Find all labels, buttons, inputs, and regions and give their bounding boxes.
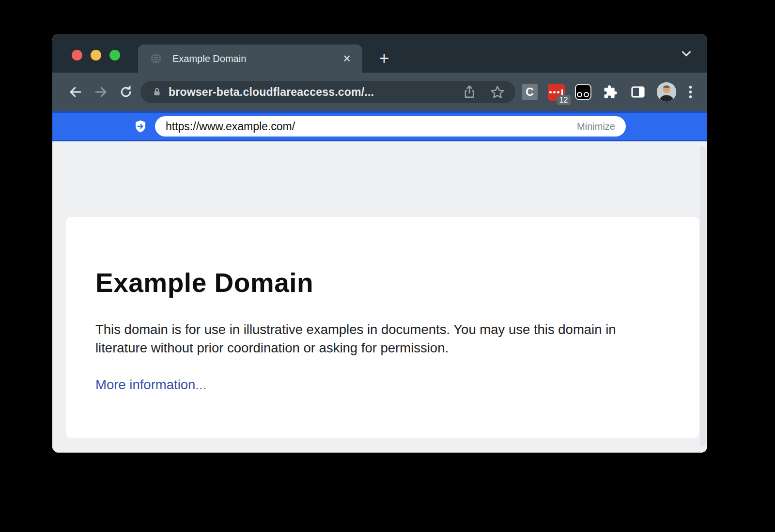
share-icon[interactable]: [462, 85, 477, 99]
reload-icon: [119, 85, 133, 99]
new-tab-button[interactable]: +: [371, 46, 397, 72]
back-button[interactable]: [63, 79, 88, 105]
browser-menu-button[interactable]: [686, 86, 695, 98]
forward-arrow-icon: [93, 85, 108, 99]
forward-button[interactable]: [88, 79, 113, 105]
lock-icon: [151, 86, 163, 98]
extensions-puzzle-button[interactable]: [602, 83, 619, 101]
reload-button[interactable]: [113, 79, 139, 105]
toolbar: browser-beta.cloudflareaccess.com/... C …: [52, 73, 707, 111]
page-scrollbar[interactable]: [700, 146, 706, 446]
puzzle-icon: [603, 85, 618, 99]
globe-favicon-icon: [150, 52, 162, 65]
close-window-button[interactable]: [72, 50, 82, 61]
two-circles-extension-icon[interactable]: [575, 84, 591, 100]
side-panel-button[interactable]: [629, 83, 647, 101]
profile-avatar[interactable]: [657, 82, 676, 102]
extension-badge-count: 12: [557, 95, 571, 105]
minimize-banner-button[interactable]: Minimize: [577, 121, 615, 132]
page-paragraph: This domain is for use in illustrative e…: [95, 320, 652, 357]
url-text: browser-beta.cloudflareaccess.com/...: [169, 86, 449, 99]
more-information-link[interactable]: More information...: [95, 377, 206, 393]
bookmark-star-icon[interactable]: [490, 85, 505, 99]
page-title: Example Domain: [95, 267, 699, 298]
c-extension-icon[interactable]: C: [522, 84, 538, 100]
isolation-url-pill: Minimize: [155, 116, 626, 137]
close-tab-icon[interactable]: ×: [343, 52, 351, 65]
avatar-photo: [657, 82, 676, 102]
extensions-row: C 12: [522, 82, 695, 102]
browser-window: Example Domain × +: [52, 34, 707, 453]
zoom-window-button[interactable]: [109, 50, 120, 61]
password-manager-extension-icon[interactable]: 12: [548, 84, 565, 101]
minimize-window-button[interactable]: [91, 50, 101, 61]
side-panel-icon: [630, 84, 646, 100]
back-arrow-icon: [68, 85, 83, 99]
content-card: Example Domain This domain is for use in…: [66, 217, 699, 438]
traffic-lights: [72, 50, 120, 61]
shield-arrow-icon: [134, 120, 147, 133]
isolation-banner: Minimize: [52, 111, 707, 141]
tab-strip: Example Domain × +: [52, 34, 707, 73]
chevron-down-icon[interactable]: [680, 47, 693, 60]
page-content: Example Domain This domain is for use in…: [52, 141, 707, 453]
isolation-url-input[interactable]: [166, 120, 571, 133]
address-bar[interactable]: browser-beta.cloudflareaccess.com/...: [140, 81, 515, 103]
tab-example-domain[interactable]: Example Domain ×: [138, 45, 362, 73]
tab-title: Example Domain: [172, 53, 343, 64]
